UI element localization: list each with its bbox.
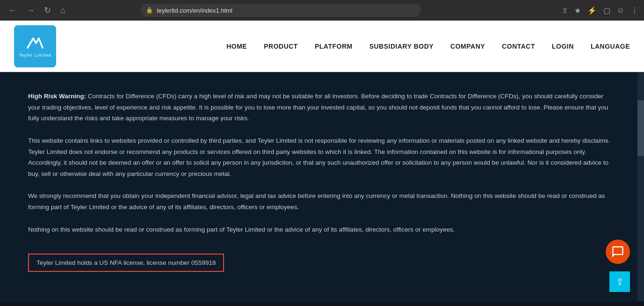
nav-links: HOME PRODUCT PLATFORM SUBSIDIARY BODY CO… [226, 43, 630, 50]
url-text: teylerltd.com/en/index1.html [157, 7, 232, 14]
profile-icon[interactable]: ☺ [617, 6, 624, 15]
menu-icon[interactable]: ⋮ [631, 6, 638, 15]
risk-warning-text: Contracts for Difference (CFDs) carry a … [28, 93, 608, 122]
nav-platform[interactable]: PLATFORM [315, 43, 353, 50]
navbar: Teyler Limited HOME PRODUCT PLATFORM SUB… [0, 21, 644, 72]
paragraph-recommend: We strongly recommend that you obtain yo… [28, 190, 616, 212]
tab-icon[interactable]: ▢ [603, 6, 610, 15]
nav-contact[interactable]: CONTACT [502, 43, 535, 50]
scrollbar-track[interactable] [637, 72, 644, 301]
bookmark-icon[interactable]: ★ [574, 6, 581, 15]
nav-company[interactable]: COMPANY [450, 43, 485, 50]
browser-actions: ⇧ ★ ⚡ ▢ ☺ ⋮ [562, 6, 638, 15]
logo-mark [26, 35, 44, 52]
logo-text: Teyler Limited [19, 53, 51, 58]
refresh-button[interactable]: ↻ [41, 3, 54, 17]
scrollbar-thumb[interactable] [637, 100, 644, 156]
license-box: Teyler Limited holds a US NFA license, l… [28, 254, 224, 272]
forward-button[interactable]: → [23, 4, 37, 17]
paragraph-risk-warning: High Risk Warning: Contracts for Differe… [28, 91, 616, 124]
share-icon[interactable]: ⇧ [562, 6, 568, 15]
license-text: Teyler Limited holds a US NFA license, l… [36, 259, 216, 266]
nav-home[interactable]: HOME [226, 43, 247, 50]
nav-language[interactable]: LANGUAGE [591, 43, 630, 50]
paragraph-nothing: Nothing on this website should be read o… [28, 224, 616, 235]
nav-subsidiary[interactable]: SUBSIDIARY BODY [369, 43, 434, 50]
address-bar[interactable]: 🔒 teylerltd.com/en/index1.html [140, 4, 421, 17]
nav-product[interactable]: PRODUCT [264, 43, 298, 50]
main-content: High Risk Warning: Contracts for Differe… [0, 72, 644, 301]
browser-chrome: ← → ↻ ⌂ 🔒 teylerltd.com/en/index1.html ⇧… [0, 0, 644, 21]
chat-widget [606, 240, 630, 264]
footer: Teyler Limited © 2015-2021 / ALL RIGHTS … [0, 301, 644, 306]
back-button[interactable]: ← [6, 4, 20, 17]
logo-box: Teyler Limited [14, 25, 56, 67]
home-button[interactable]: ⌂ [58, 4, 68, 17]
nav-login[interactable]: LOGIN [552, 43, 574, 50]
scroll-top-button[interactable]: ⇧ [609, 271, 630, 292]
chat-button[interactable] [606, 240, 630, 264]
paragraph-links: This website contains links to websites … [28, 135, 616, 180]
risk-warning-bold: High Risk Warning: [28, 93, 86, 100]
chat-icon [611, 245, 624, 258]
extensions-icon[interactable]: ⚡ [587, 6, 597, 15]
logo-container[interactable]: Teyler Limited [14, 25, 56, 67]
lock-icon: 🔒 [146, 7, 153, 14]
